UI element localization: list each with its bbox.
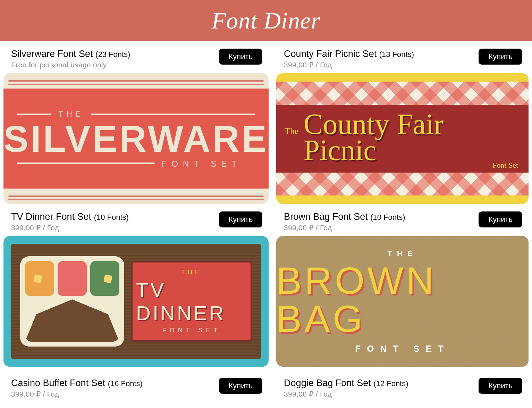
product-title: Doggie Bag Font Set (12 Fonts) [284, 377, 408, 389]
buy-button[interactable]: Купить [219, 378, 263, 394]
product-title: Casino Buffet Font Set (16 Fonts) [11, 377, 143, 389]
product-card[interactable]: Doggie Bag Font Set (12 Fonts) 399,00 ₽ … [276, 374, 529, 402]
buy-button[interactable]: Купить [479, 378, 522, 394]
art-title: SILVERWARE [3, 120, 269, 158]
art-the: The [285, 126, 298, 136]
product-artwork[interactable]: The County Fair Picnic Font Set [276, 73, 529, 204]
product-subtitle: Free for personal usage only [11, 61, 130, 69]
art-title: TV DINNER [136, 278, 247, 325]
buy-button[interactable]: Купить [479, 211, 522, 227]
art-the: THE [388, 249, 417, 258]
art-the: THE [181, 269, 202, 276]
brand-logo: Font Diner [211, 7, 320, 34]
product-card[interactable]: Silverware Font Set (23 Fonts) Free for … [3, 48, 269, 204]
product-title: Silverware Font Set (23 Fonts) [11, 48, 130, 60]
product-subtitle: 399,00 ₽ / Год [11, 390, 143, 398]
product-title: County Fair Picnic Set (13 Fonts) [284, 48, 414, 60]
product-subtitle: 399,00 ₽ / Год [284, 224, 405, 232]
art-subtitle: FONT SET [162, 159, 242, 169]
product-subtitle: 399,00 ₽ / Год [11, 224, 129, 232]
product-artwork[interactable]: THE BROWN BAG FONT SET [276, 236, 529, 367]
product-artwork[interactable]: THE TV DINNER FONT SET [3, 236, 269, 367]
product-artwork[interactable]: THE SILVERWARE FONT SET [3, 73, 269, 204]
art-title: BROWN BAG [276, 261, 529, 338]
art-subtitle: Font Set [492, 161, 518, 170]
tray-icon [20, 256, 124, 347]
app-header: Font Diner [0, 0, 532, 41]
buy-button[interactable]: Купить [219, 49, 263, 65]
product-subtitle: 399,00 ₽ / Год [284, 390, 408, 398]
art-subtitle: FONT SET [355, 343, 450, 354]
product-card[interactable]: County Fair Picnic Set (13 Fonts) 399,00… [276, 48, 529, 204]
art-subtitle: FONT SET [162, 327, 221, 334]
art-title: County Fair Picnic [304, 111, 520, 164]
buy-button[interactable]: Купить [219, 211, 263, 227]
product-subtitle: 399,00 ₽ / Год [284, 61, 414, 69]
product-card[interactable]: Brown Bag Font Set (10 Fonts) 399,00 ₽ /… [276, 211, 529, 367]
product-title: TV Dinner Font Set (10 Fonts) [11, 211, 129, 223]
product-title: Brown Bag Font Set (10 Fonts) [284, 211, 405, 223]
product-card[interactable]: Casino Buffet Font Set (16 Fonts) 399,00… [3, 374, 269, 402]
product-grid: Silverware Font Set (23 Fonts) Free for … [0, 41, 532, 406]
product-card[interactable]: TV Dinner Font Set (10 Fonts) 399,00 ₽ /… [3, 211, 269, 367]
buy-button[interactable]: Купить [479, 49, 522, 65]
